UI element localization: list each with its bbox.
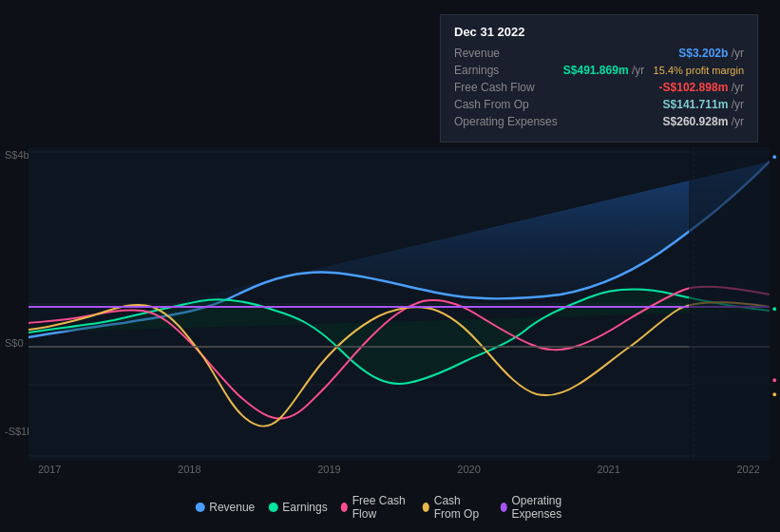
cashfromop-unit: /yr	[732, 98, 744, 111]
x-label-2018: 2018	[178, 464, 200, 475]
tooltip-cashfromop-row: Cash From Op S$141.711m /yr	[454, 98, 744, 111]
legend-label-opex: Operating Expenses	[511, 494, 584, 521]
earnings-value: S$491.869m	[563, 64, 629, 77]
right-label-cashfromop: ●	[772, 390, 777, 399]
cashfromop-label: Cash From Op	[454, 98, 529, 111]
opex-label: Operating Expenses	[454, 115, 558, 128]
right-label-revenue: ●	[772, 152, 777, 162]
fcf-label: Free Cash Flow	[454, 81, 535, 94]
x-label-2021: 2021	[597, 464, 619, 475]
fcf-unit: /yr	[732, 81, 744, 94]
chart-container: Dec 31 2022 Revenue S$3.202b /yr Earning…	[0, 0, 780, 532]
tooltip-date: Dec 31 2022	[454, 25, 744, 39]
revenue-unit: /yr	[732, 47, 744, 60]
legend-label-earnings: Earnings	[282, 501, 327, 514]
chart-legend: Revenue Earnings Free Cash Flow Cash Fro…	[195, 494, 585, 521]
legend-label-fcf: Free Cash Flow	[352, 494, 409, 521]
x-label-2017: 2017	[38, 464, 61, 475]
y-label-mid: S$0	[5, 337, 24, 349]
tooltip-fcf-row: Free Cash Flow -S$102.898m /yr	[454, 81, 744, 94]
x-label-2019: 2019	[317, 464, 340, 475]
tooltip-revenue-row: Revenue S$3.202b /yr	[454, 47, 744, 60]
opex-unit: /yr	[732, 115, 744, 128]
cashfromop-value: S$141.711m	[663, 98, 729, 111]
legend-dot-fcf	[341, 503, 348, 512]
tooltip-earnings-row: Earnings S$491.869m /yr 15.4% profit mar…	[454, 64, 744, 77]
fcf-value: -S$102.898m	[659, 81, 729, 94]
svg-rect-6	[689, 147, 770, 461]
earnings-label: Earnings	[454, 64, 499, 77]
main-chart	[29, 147, 770, 461]
legend-fcf: Free Cash Flow	[341, 494, 409, 521]
y-label-top: S$4b	[5, 149, 29, 161]
tooltip-card: Dec 31 2022 Revenue S$3.202b /yr Earning…	[440, 14, 758, 142]
legend-opex: Operating Expenses	[500, 494, 584, 521]
legend-cashfromop: Cash From Op	[423, 494, 487, 521]
legend-dot-cashfromop	[423, 503, 429, 512]
right-label-earnings: ●	[772, 304, 777, 314]
x-label-2022: 2022	[736, 464, 759, 475]
profit-margin: 15.4% profit margin	[654, 65, 744, 76]
legend-dot-earnings	[268, 503, 277, 512]
tooltip-opex-row: Operating Expenses S$260.928m /yr	[454, 115, 744, 128]
revenue-label: Revenue	[454, 47, 500, 60]
legend-label-revenue: Revenue	[209, 501, 255, 514]
legend-dot-opex	[500, 503, 506, 512]
x-label-2020: 2020	[457, 464, 480, 475]
earnings-unit: /yr	[632, 64, 644, 77]
right-label-fcf: ●	[772, 375, 777, 385]
legend-earnings: Earnings	[268, 501, 327, 514]
legend-label-cashfromop: Cash From Op	[434, 494, 487, 521]
opex-value: S$260.928m	[663, 115, 729, 128]
legend-dot-revenue	[195, 503, 204, 512]
legend-revenue: Revenue	[195, 501, 255, 514]
revenue-value: S$3.202b	[678, 47, 728, 60]
